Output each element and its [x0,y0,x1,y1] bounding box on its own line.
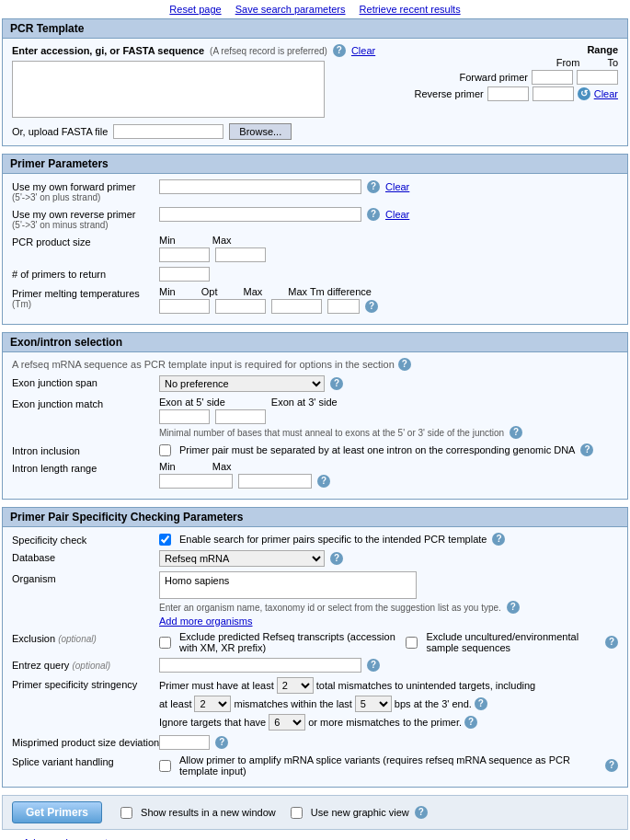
junction-span-select[interactable]: No preference Primer must span an exon-e… [159,375,325,392]
splice-help[interactable]: ? [605,759,618,772]
save-link[interactable]: Save search parameters [235,4,346,15]
reverse-to-input[interactable] [533,86,574,101]
reverse-primer-help[interactable]: ? [367,208,380,221]
pcr-template-body: Enter accession, gi, or FASTA sequence (… [3,39,627,145]
range-help-icon[interactable]: ↺ [578,87,590,100]
database-help[interactable]: ? [330,552,343,565]
exclusion-help[interactable]: ? [605,636,618,649]
database-select[interactable]: Refseq mRNA nr Genomic Transcriptome [159,550,325,567]
product-size-content: Min Max 70 1000 [159,235,618,262]
splice-checkbox[interactable] [159,760,171,772]
from-label: From [556,57,580,68]
intron-length-content: Min Max 1000 1000000 ? [159,461,618,489]
intron-inclusion-text: Primer pair must be separated by at leas… [179,444,575,455]
specificity-check-text: Enable search for primer pairs specific … [179,534,487,545]
reverse-primer-input[interactable] [159,207,361,222]
exclusion-input-row: Exclude predicted Refseq transcripts (ac… [159,631,618,653]
reset-link[interactable]: Reset page [169,4,221,15]
primer-parameters-body: Use my own forward primer (5'->3' on plu… [3,174,627,324]
primers-return-input[interactable]: 5 [159,267,210,282]
junction-match-content: Exon at 5' side Exon at 3' side 7 4 Mini… [159,397,618,439]
junction-note-help[interactable]: ? [510,426,522,439]
junction-match-label: Exon junction match [12,397,159,409]
forward-to-input[interactable] [577,70,618,85]
sequence-textarea[interactable] [12,61,325,118]
max-diff-col-label: Max Tm difference [288,286,372,297]
intron-min-input[interactable]: 1000 [159,474,233,489]
reverse-primer-clear[interactable]: Clear [385,209,409,220]
reverse-primer-label: Reverse primer [415,88,484,99]
specificity-check-row: Specificity check Enable search for prim… [12,533,618,546]
intron-inclusion-help[interactable]: ? [580,443,593,456]
pcr-template-section: PCR Template Enter accession, gi, or FAS… [2,18,628,146]
exon-intron-body: A refseq mRNA sequence as PCR template i… [3,352,627,499]
specificity-check-checkbox[interactable] [159,534,171,546]
exclude-predicted-checkbox[interactable] [159,637,171,649]
intron-max-input[interactable]: 1000000 [238,474,312,489]
misprime-content: 4000 ? [159,735,618,750]
min-tm-input[interactable]: 57.0 [159,299,210,314]
junction-span-content: No preference Primer must span an exon-e… [159,375,618,392]
entrez-help[interactable]: ? [367,659,380,672]
show-new-window-checkbox[interactable] [120,807,132,819]
junction-span-input-row: No preference Primer must span an exon-e… [159,375,618,392]
use-new-graphic-checkbox[interactable] [291,807,303,819]
forward-primer-input[interactable] [159,179,361,194]
specificity-check-help[interactable]: ? [492,533,505,546]
forward-primer-form-label: Use my own forward primer (5'->3' on plu… [12,179,159,202]
get-primers-button[interactable]: Get Primers [12,801,102,823]
stringency-select1[interactable]: 213 [277,677,314,694]
add-organism-link[interactable]: Add more organisms [159,616,618,627]
misprime-input[interactable]: 4000 [159,735,210,750]
forward-primer-help[interactable]: ? [367,180,380,193]
exon-note-text: A refseq mRNA sequence as PCR template i… [12,359,395,370]
forward-primer-clear[interactable]: Clear [385,181,409,192]
retrieve-link[interactable]: Retrieve recent results [360,4,461,15]
product-size-min[interactable]: 70 [159,247,210,262]
exon3-input[interactable]: 4 [215,409,266,424]
range-clear-link[interactable]: Clear [594,88,618,99]
misprime-help[interactable]: ? [215,736,228,749]
intron-inclusion-content: Primer pair must be separated by at leas… [159,443,618,456]
opt-tm-input[interactable]: 60.0 [215,299,266,314]
stringency-select3[interactable]: 537 [355,696,392,712]
misprime-label: Misprimed product size deviation [12,735,159,748]
stringency-select2[interactable]: 213 [194,696,231,712]
max-tm-input[interactable]: 63.0 [271,299,322,314]
range-area: Range From To Forward primer Reverse pri… [415,44,618,140]
melting-temp-inputs: 57.0 60.0 63.0 3 ? [159,299,618,314]
intron-inclusion-checkbox[interactable] [159,444,171,456]
max-tm-diff-input[interactable]: 3 [327,299,360,314]
intron-length-help[interactable]: ? [317,475,330,488]
stringency-label: Primer specificity stringency [12,677,159,690]
melting-temp-row: Primer melting temperatures (Tm) Min Opt… [12,286,618,314]
melting-temp-help[interactable]: ? [365,300,378,313]
specificity-body: Specificity check Enable search for prim… [3,527,627,787]
reverse-primer-input-row: ? Clear [159,207,618,222]
ignore-select[interactable]: 648 [269,714,305,731]
stringency-content: Primer must have at least 213 total mism… [159,677,618,731]
intron-length-inputs: 1000 1000000 ? [159,474,618,489]
organism-row: Organism Homo sapiens Enter an organism … [12,571,618,627]
clear-sequence-link[interactable]: Clear [351,45,375,56]
fasta-filename[interactable] [113,124,223,139]
junction-span-help[interactable]: ? [330,377,343,390]
browse-button[interactable]: Browse... [229,123,292,140]
organism-note-help[interactable]: ? [507,601,520,614]
stringency-help[interactable]: ? [475,697,487,710]
footer-help[interactable]: ? [415,806,428,819]
exon-note-help[interactable]: ? [398,358,411,371]
enter-note: (A refseq record is preferred) [210,46,327,56]
forward-from-input[interactable] [532,70,573,85]
ignore-help[interactable]: ? [464,716,477,729]
entrez-input[interactable] [159,658,361,673]
product-size-max[interactable]: 1000 [215,247,266,262]
primer-parameters-section: Primer Parameters Use my own forward pri… [2,154,628,325]
exon5-input[interactable]: 7 [159,409,210,424]
exclude-uncultured-checkbox[interactable] [406,637,418,649]
enter-help-icon[interactable]: ? [333,44,346,57]
organism-content: Homo sapiens Enter an organism name, tax… [159,571,618,627]
reverse-from-input[interactable] [487,86,529,101]
stringency-text1: Primer must have at least [159,680,274,691]
min-tm-col-label: Min [159,286,176,297]
